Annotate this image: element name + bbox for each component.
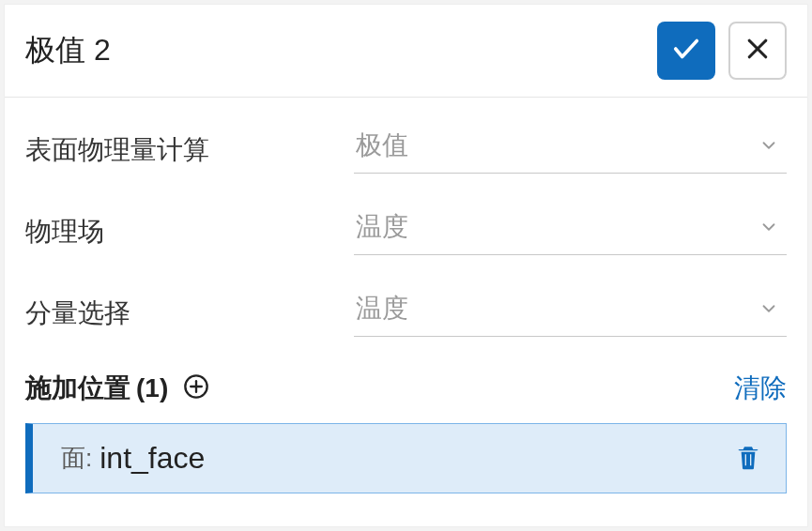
- settings-panel: 极值 2 表面物理量计算 极值 物: [4, 4, 808, 527]
- chevron-down-icon: [757, 215, 781, 239]
- location-section-header: 施加位置 (1) 清除: [25, 371, 787, 406]
- trash-icon: [733, 442, 763, 476]
- clear-button[interactable]: 清除: [734, 371, 787, 406]
- close-icon: [743, 35, 772, 67]
- field-label: 分量选择: [25, 296, 354, 331]
- field-label: 表面物理量计算: [25, 132, 354, 168]
- plus-circle-icon: [183, 373, 209, 403]
- surface-calc-select[interactable]: 极值: [354, 126, 787, 174]
- panel-body: 表面物理量计算 极值 物理场 温度 分量选择 温度: [5, 98, 807, 503]
- add-location-button[interactable]: [181, 373, 211, 403]
- location-title: 施加位置: [25, 371, 130, 406]
- field-surface-calc: 表面物理量计算 极值: [25, 126, 787, 174]
- select-value: 温度: [356, 291, 757, 326]
- chevron-down-icon: [757, 133, 781, 158]
- location-count: (1): [136, 373, 168, 403]
- field-component: 分量选择 温度: [25, 289, 787, 337]
- item-name: int_face: [100, 441, 731, 476]
- header-actions: [657, 22, 787, 80]
- select-value: 极值: [356, 128, 757, 163]
- panel-header: 极值 2: [5, 5, 807, 98]
- field-physics: 物理场 温度: [25, 207, 787, 255]
- chevron-down-icon: [757, 296, 781, 321]
- item-prefix: 面:: [61, 442, 92, 475]
- confirm-button[interactable]: [657, 22, 715, 80]
- panel-title: 极值 2: [25, 30, 657, 71]
- delete-item-button[interactable]: [731, 442, 765, 476]
- component-select[interactable]: 温度: [354, 289, 787, 337]
- select-value: 温度: [356, 209, 757, 245]
- field-label: 物理场: [25, 214, 354, 250]
- location-item[interactable]: 面: int_face: [25, 423, 787, 493]
- physics-select[interactable]: 温度: [354, 207, 787, 255]
- check-icon: [670, 33, 702, 68]
- cancel-button[interactable]: [728, 22, 787, 80]
